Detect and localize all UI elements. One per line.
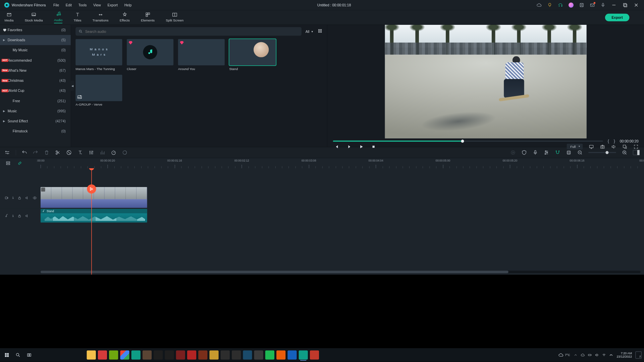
preview-frame[interactable] [385,25,587,138]
crop-icon[interactable] [66,150,72,156]
language-icon[interactable] [609,353,613,357]
taskbar-app-app6[interactable] [143,351,152,360]
taskbar-search-icon[interactable] [14,351,22,359]
magnet-icon[interactable] [555,150,560,156]
tab-transitions[interactable]: Transitions [93,12,109,23]
menu-tools[interactable]: Tools [78,3,87,7]
volume-icon[interactable] [611,144,616,149]
task-view-icon[interactable] [25,351,34,359]
export-button[interactable]: Export [605,13,630,21]
menu-help[interactable]: Help [124,3,132,7]
sidebar-item-favorites[interactable]: Favorites(0) [0,25,71,35]
link-icon[interactable] [17,161,22,166]
taskbar-app-app10[interactable] [187,351,196,360]
zoom-out-icon[interactable] [577,150,583,156]
prev-frame-button[interactable] [334,144,339,149]
wifi-icon[interactable] [602,353,606,357]
zoom-slider[interactable] [588,152,616,153]
menu-file[interactable]: File [53,3,59,7]
view-grid-button[interactable] [318,28,323,35]
tab-elements[interactable]: Elements [141,12,155,23]
sidebar-collapse-handle[interactable]: ◀ [71,80,74,90]
taskbar-app-filmora-alt[interactable] [131,351,141,360]
search-input[interactable] [85,29,298,34]
tab-effects[interactable]: Effects [120,12,130,23]
taskbar-app-app11[interactable] [198,351,207,360]
split-icon[interactable] [55,150,61,156]
taskbar-app-filmora[interactable] [299,351,308,360]
audio-clip[interactable]: Stand [41,209,147,223]
audio-thumb[interactable]: Around You [178,39,225,71]
mixer-icon[interactable] [544,150,549,156]
next-frame-button[interactable] [346,144,352,149]
audio-thumb[interactable]: A-GROUP - Verve [75,75,122,107]
taskbar-app-app13[interactable] [221,351,230,360]
taskbar-app-app12[interactable] [209,351,218,360]
color-icon[interactable] [122,150,128,156]
taskbar-app-app15[interactable] [243,351,252,360]
audio-thumb[interactable]: Stand [229,39,276,71]
taskbar-app-app7[interactable] [154,351,163,360]
redo-icon[interactable] [33,150,39,156]
onedrive-icon[interactable] [581,353,585,357]
playhead-scissors-icon[interactable] [87,184,96,193]
mark-out-button[interactable]: } [614,138,615,144]
video-track-lane[interactable] [41,187,644,209]
tab-titles[interactable]: Titles [73,12,81,23]
taskbar-app-nvidia[interactable] [109,351,118,360]
sidebar-item-my-music[interactable]: My Music(0) [0,45,71,55]
eye-icon[interactable] [33,196,37,200]
window-maximize-icon[interactable] [622,2,628,8]
preview-progress-track[interactable] [333,140,603,141]
audio-thumb[interactable]: Closer [127,39,173,71]
sidebar-item-recommended[interactable]: HOTRecommended(500) [0,55,71,65]
scrollbar-thumb[interactable] [41,270,508,273]
taskbar-app-app14[interactable] [232,351,241,360]
save-icon[interactable] [579,3,584,8]
mic-icon[interactable] [600,3,605,8]
sidebar-item-downloads[interactable]: ▶Downloads(5) [0,35,71,45]
battery-icon[interactable] [588,353,592,357]
delete-icon[interactable] [44,150,50,156]
chevron-up-icon[interactable] [574,353,578,357]
render-icon[interactable] [510,150,516,156]
sidebar-item-what-s-new[interactable]: NewWhat's New(67) [0,65,71,75]
mail-dot-icon[interactable] [590,3,595,8]
search-box[interactable] [75,27,301,36]
timeline-ruler[interactable]: :00:0000:00:00:2000:00:01:1600:00:02:120… [41,158,644,168]
avatar-icon[interactable] [569,3,574,8]
tab-stock-media[interactable]: Stock Media [25,12,43,23]
tab-split-screen[interactable]: Split Screen [166,12,183,23]
marker-icon[interactable] [566,150,572,156]
menu-edit[interactable]: Edit [66,3,72,7]
window-minimize-icon[interactable] [611,2,617,8]
fullscreen-icon[interactable] [633,144,638,149]
taskbar-app-app16[interactable] [254,351,263,360]
mute-icon[interactable] [25,196,29,200]
taskbar-app-dl[interactable] [165,351,174,360]
preview-quality-dropdown[interactable]: Full [567,144,583,149]
track-manager-icon[interactable] [6,161,11,166]
tab-media[interactable]: Media [5,12,14,23]
mark-in-button[interactable]: { [607,138,609,144]
adjust-icon[interactable] [89,150,94,156]
speed-icon[interactable] [111,150,116,156]
sidebar-item-christmas[interactable]: NewChristmas(43) [0,75,71,85]
mute-icon[interactable] [25,214,29,218]
display-icon[interactable] [589,144,594,149]
taskbar-app-vlc[interactable] [276,351,285,360]
playhead[interactable] [91,168,92,275]
shield-icon[interactable] [521,150,527,156]
lock-icon[interactable] [17,196,21,200]
taskbar-clock[interactable]: 7:20 AM 23/12/2022 [617,351,632,359]
tray-volume-icon[interactable] [595,353,599,357]
taskbar-app-app9[interactable] [176,351,185,360]
popout-icon[interactable] [622,144,627,149]
play-button[interactable] [359,144,364,149]
notification-center-icon[interactable]: 2 [636,352,642,359]
taskbar-app-explorer[interactable] [87,351,96,360]
sidebar-item-free[interactable]: Free(251) [0,96,71,106]
preview-progress-handle[interactable] [461,139,464,142]
lock-icon[interactable] [17,214,21,218]
tab-audio[interactable]: Audio [54,11,62,23]
